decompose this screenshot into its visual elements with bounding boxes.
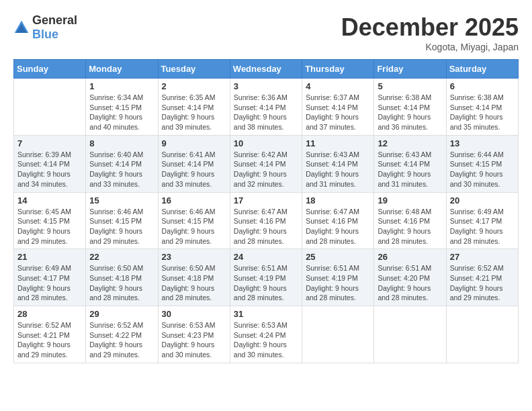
sunrise-text: Sunrise: 6:50 AM — [89, 264, 143, 272]
daylight-text: Daylight: 9 hours and 28 minutes. — [378, 284, 431, 302]
day-number: 5 — [378, 81, 442, 91]
sunset-text: Sunset: 4:16 PM — [306, 217, 358, 225]
table-row — [14, 79, 86, 136]
day-info: Sunrise: 6:44 AM Sunset: 4:15 PM Dayligh… — [450, 150, 515, 189]
sunset-text: Sunset: 4:14 PM — [378, 103, 430, 111]
sunset-text: Sunset: 4:15 PM — [450, 160, 502, 168]
daylight-text: Daylight: 9 hours and 28 minutes. — [378, 227, 431, 245]
table-row: 22 Sunrise: 6:50 AM Sunset: 4:18 PM Dayl… — [86, 249, 158, 306]
day-info: Sunrise: 6:37 AM Sunset: 4:14 PM Dayligh… — [306, 93, 370, 132]
table-row: 10 Sunrise: 6:42 AM Sunset: 4:14 PM Dayl… — [230, 135, 302, 192]
table-row: 27 Sunrise: 6:52 AM Sunset: 4:21 PM Dayl… — [446, 249, 518, 306]
table-row: 21 Sunrise: 6:49 AM Sunset: 4:17 PM Dayl… — [14, 249, 86, 306]
daylight-text: Daylight: 9 hours and 31 minutes. — [378, 170, 431, 188]
table-row: 31 Sunrise: 6:53 AM Sunset: 4:24 PM Dayl… — [230, 306, 302, 363]
sunrise-text: Sunrise: 6:37 AM — [306, 93, 359, 101]
day-number: 6 — [450, 81, 515, 91]
day-info: Sunrise: 6:40 AM Sunset: 4:14 PM Dayligh… — [89, 150, 154, 189]
logo-text: General Blue — [32, 13, 77, 42]
sunrise-text: Sunrise: 6:48 AM — [378, 208, 431, 216]
day-info: Sunrise: 6:52 AM Sunset: 4:21 PM Dayligh… — [450, 263, 515, 303]
day-number: 20 — [450, 195, 515, 205]
table-row: 9 Sunrise: 6:41 AM Sunset: 4:14 PM Dayli… — [158, 135, 230, 192]
sunset-text: Sunset: 4:23 PM — [162, 331, 214, 339]
table-row: 11 Sunrise: 6:43 AM Sunset: 4:14 PM Dayl… — [302, 135, 374, 192]
table-row: 25 Sunrise: 6:51 AM Sunset: 4:19 PM Dayl… — [302, 249, 374, 306]
day-info: Sunrise: 6:52 AM Sunset: 4:22 PM Dayligh… — [89, 320, 154, 360]
daylight-text: Daylight: 9 hours and 29 minutes. — [450, 284, 503, 302]
day-info: Sunrise: 6:36 AM Sunset: 4:14 PM Dayligh… — [234, 93, 298, 132]
sunrise-text: Sunrise: 6:47 AM — [306, 208, 359, 216]
sunset-text: Sunset: 4:14 PM — [89, 160, 142, 168]
sunset-text: Sunset: 4:15 PM — [17, 217, 70, 225]
sunset-text: Sunset: 4:14 PM — [17, 160, 70, 168]
daylight-text: Daylight: 9 hours and 39 minutes. — [162, 113, 215, 131]
table-row: 3 Sunrise: 6:36 AM Sunset: 4:14 PM Dayli… — [230, 79, 302, 136]
day-number: 30 — [162, 309, 226, 319]
daylight-text: Daylight: 9 hours and 32 minutes. — [234, 170, 287, 188]
header-monday: Monday — [86, 60, 158, 79]
table-row: 14 Sunrise: 6:45 AM Sunset: 4:15 PM Dayl… — [14, 192, 86, 249]
day-number: 24 — [234, 252, 298, 262]
table-row: 16 Sunrise: 6:46 AM Sunset: 4:15 PM Dayl… — [158, 192, 230, 249]
calendar-week-row: 14 Sunrise: 6:45 AM Sunset: 4:15 PM Dayl… — [14, 192, 519, 249]
day-info: Sunrise: 6:47 AM Sunset: 4:16 PM Dayligh… — [306, 207, 370, 246]
day-number: 28 — [17, 309, 82, 319]
day-number: 17 — [234, 195, 298, 205]
sunrise-text: Sunrise: 6:42 AM — [234, 150, 287, 158]
day-info: Sunrise: 6:35 AM Sunset: 4:14 PM Dayligh… — [162, 93, 226, 132]
sunset-text: Sunset: 4:17 PM — [450, 217, 502, 225]
daylight-text: Daylight: 9 hours and 29 minutes. — [17, 340, 71, 359]
day-info: Sunrise: 6:45 AM Sunset: 4:15 PM Dayligh… — [17, 207, 82, 246]
sunrise-text: Sunrise: 6:43 AM — [306, 150, 359, 158]
header-tuesday: Tuesday — [158, 60, 230, 79]
table-row: 30 Sunrise: 6:53 AM Sunset: 4:23 PM Dayl… — [158, 306, 230, 363]
daylight-text: Daylight: 9 hours and 28 minutes. — [306, 284, 359, 302]
calendar-week-row: 7 Sunrise: 6:39 AM Sunset: 4:14 PM Dayli… — [14, 135, 519, 192]
day-number: 12 — [378, 138, 442, 148]
day-info: Sunrise: 6:46 AM Sunset: 4:15 PM Dayligh… — [89, 207, 154, 246]
day-info: Sunrise: 6:50 AM Sunset: 4:18 PM Dayligh… — [162, 263, 226, 303]
sunrise-text: Sunrise: 6:50 AM — [162, 264, 216, 272]
day-number: 23 — [162, 252, 226, 262]
table-row — [302, 306, 374, 363]
header-saturday: Saturday — [446, 60, 518, 79]
day-number: 10 — [234, 138, 298, 148]
table-row: 6 Sunrise: 6:38 AM Sunset: 4:14 PM Dayli… — [446, 79, 518, 136]
sunrise-text: Sunrise: 6:46 AM — [162, 208, 216, 216]
sunset-text: Sunset: 4:15 PM — [89, 217, 142, 225]
sunset-text: Sunset: 4:19 PM — [306, 274, 358, 282]
sunset-text: Sunset: 4:14 PM — [162, 103, 214, 111]
daylight-text: Daylight: 9 hours and 37 minutes. — [306, 113, 359, 131]
daylight-text: Daylight: 9 hours and 36 minutes. — [378, 113, 431, 131]
day-number: 3 — [234, 81, 298, 91]
table-row: 29 Sunrise: 6:52 AM Sunset: 4:22 PM Dayl… — [86, 306, 158, 363]
table-row: 20 Sunrise: 6:49 AM Sunset: 4:17 PM Dayl… — [446, 192, 518, 249]
day-number: 13 — [450, 138, 515, 148]
sunset-text: Sunset: 4:15 PM — [162, 217, 214, 225]
table-row: 24 Sunrise: 6:51 AM Sunset: 4:19 PM Dayl… — [230, 249, 302, 306]
day-number: 4 — [306, 81, 370, 91]
sunset-text: Sunset: 4:18 PM — [162, 274, 214, 282]
table-row: 26 Sunrise: 6:51 AM Sunset: 4:20 PM Dayl… — [374, 249, 446, 306]
daylight-text: Daylight: 9 hours and 34 minutes. — [17, 170, 71, 188]
sunrise-text: Sunrise: 6:36 AM — [234, 93, 287, 101]
table-row: 19 Sunrise: 6:48 AM Sunset: 4:16 PM Dayl… — [374, 192, 446, 249]
calendar-table: Sunday Monday Tuesday Wednesday Thursday… — [13, 59, 519, 363]
day-number: 9 — [162, 138, 226, 148]
day-info: Sunrise: 6:42 AM Sunset: 4:14 PM Dayligh… — [234, 150, 298, 189]
sunset-text: Sunset: 4:14 PM — [234, 103, 286, 111]
day-info: Sunrise: 6:47 AM Sunset: 4:16 PM Dayligh… — [234, 207, 298, 246]
day-number: 19 — [378, 195, 442, 205]
sunrise-text: Sunrise: 6:51 AM — [378, 264, 431, 272]
sunset-text: Sunset: 4:21 PM — [17, 331, 70, 339]
logo-general: General — [32, 13, 77, 27]
sunset-text: Sunset: 4:14 PM — [162, 160, 214, 168]
header-thursday: Thursday — [302, 60, 374, 79]
sunrise-text: Sunrise: 6:47 AM — [234, 208, 287, 216]
daylight-text: Daylight: 9 hours and 28 minutes. — [450, 227, 503, 245]
daylight-text: Daylight: 9 hours and 28 minutes. — [17, 284, 71, 302]
calendar-week-row: 21 Sunrise: 6:49 AM Sunset: 4:17 PM Dayl… — [14, 249, 519, 306]
daylight-text: Daylight: 9 hours and 31 minutes. — [306, 170, 359, 188]
sunrise-text: Sunrise: 6:41 AM — [162, 150, 216, 158]
